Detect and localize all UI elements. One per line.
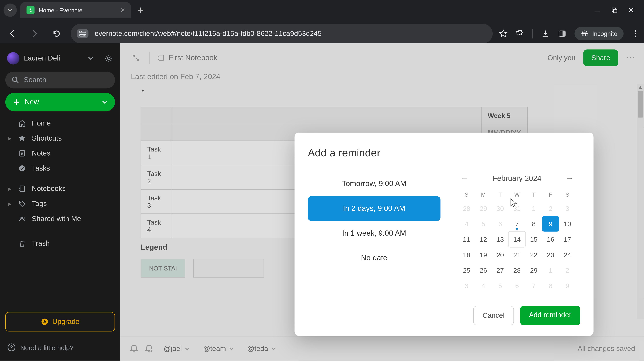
minimize-button[interactable]: [594, 7, 600, 13]
calendar-prev-button[interactable]: ←: [456, 171, 472, 185]
browser-menu-button[interactable]: [632, 30, 640, 37]
shared-icon: [18, 215, 26, 223]
settings-button[interactable]: [104, 54, 113, 63]
svg-rect-7: [563, 31, 565, 36]
address-bar[interactable]: evernote.com/client/web#/note/f11f216a-d…: [71, 24, 493, 43]
sidebar-item-shared-with-me[interactable]: Shared with Me: [5, 211, 115, 226]
calendar-day: 9: [559, 278, 576, 294]
calendar-day[interactable]: 18: [458, 247, 475, 263]
sidepanel-button[interactable]: [558, 29, 567, 38]
quick-option[interactable]: In 1 week, 9:00 AM: [308, 221, 440, 246]
address-bar-row: evernote.com/client/web#/note/f11f216a-d…: [0, 20, 644, 47]
calendar-day[interactable]: 23: [542, 247, 559, 263]
expand-caret-icon[interactable]: ▶: [8, 135, 12, 141]
sidebar: Lauren Deli Search New Home▶ShortcutsNot…: [0, 43, 120, 361]
toolbar-icons: Incognito: [499, 27, 640, 40]
maximize-button[interactable]: [611, 7, 617, 13]
browser-tab[interactable]: Home - Evernote ×: [20, 2, 131, 18]
sidebar-item-shortcuts[interactable]: ▶Shortcuts: [5, 131, 115, 146]
upgrade-label: Upgrade: [52, 318, 80, 326]
sidebar-item-tags[interactable]: ▶Tags: [5, 196, 115, 211]
sidebar-item-home[interactable]: Home: [5, 116, 115, 131]
calendar-grid: SMTWTFS282930311234567891011121314151617…: [454, 189, 580, 294]
evernote-favicon-icon: [26, 6, 34, 14]
sidebar-item-notebooks[interactable]: ▶Notebooks: [5, 181, 115, 196]
calendar-day: 5: [492, 278, 508, 294]
sidebar-item-label: Tags: [32, 200, 47, 208]
search-input[interactable]: Search: [5, 71, 115, 88]
close-button[interactable]: [628, 7, 634, 13]
sidebar-item-label: Notes: [32, 149, 50, 157]
new-button[interactable]: New: [5, 93, 115, 111]
sidebar-item-notes[interactable]: Notes: [5, 146, 115, 161]
quick-option[interactable]: In 2 days, 9:00 AM: [308, 196, 440, 221]
tab-search-button[interactable]: [4, 3, 17, 17]
note-icon: [18, 149, 26, 157]
calendar-day[interactable]: 11: [458, 232, 475, 247]
incognito-indicator[interactable]: Incognito: [574, 27, 624, 40]
calendar-day: 4: [458, 216, 475, 231]
calendar-day[interactable]: 13: [492, 232, 508, 247]
calendar-day: 2: [542, 201, 559, 216]
calendar-day[interactable]: 16: [542, 232, 559, 247]
calendar-day[interactable]: 21: [509, 247, 526, 263]
calendar-day: 6: [509, 278, 526, 294]
calendar-day: 1: [542, 263, 559, 278]
sidebar-item-trash[interactable]: Trash: [5, 236, 115, 251]
upgrade-icon: [41, 318, 49, 326]
svg-point-9: [635, 33, 636, 34]
sidebar-item-label: Trash: [32, 240, 50, 247]
calendar-dow: W: [509, 189, 526, 201]
cancel-button[interactable]: Cancel: [473, 306, 514, 325]
plus-icon: [137, 7, 144, 14]
quick-option[interactable]: Tomorrow, 9:00 AM: [308, 171, 440, 196]
calendar-day[interactable]: 20: [492, 247, 508, 263]
bookmark-button[interactable]: [499, 29, 508, 38]
help-link[interactable]: Need a little help?: [5, 340, 115, 354]
forward-button[interactable]: [26, 26, 42, 41]
calendar-day[interactable]: 7: [509, 216, 526, 231]
add-reminder-button[interactable]: Add reminder: [520, 306, 580, 325]
calendar-day[interactable]: 15: [526, 232, 542, 247]
extensions-button[interactable]: [516, 29, 524, 38]
back-button[interactable]: [4, 26, 20, 41]
calendar-day[interactable]: 12: [475, 232, 492, 247]
calendar-day[interactable]: 17: [559, 232, 576, 247]
calendar-day[interactable]: 19: [475, 247, 492, 263]
sidebar-item-label: Notebooks: [32, 185, 66, 193]
calendar-day: 3: [458, 278, 475, 294]
quick-option[interactable]: No date: [308, 246, 440, 271]
downloads-button[interactable]: [541, 29, 550, 38]
site-settings-icon[interactable]: [77, 29, 88, 38]
svg-rect-3: [80, 34, 86, 36]
reload-button[interactable]: [49, 26, 64, 41]
calendar-day[interactable]: 26: [475, 263, 492, 278]
upgrade-button[interactable]: Upgrade: [5, 312, 115, 332]
calendar-day[interactable]: 27: [492, 263, 508, 278]
calendar-day[interactable]: 25: [458, 263, 475, 278]
help-icon: [7, 343, 16, 352]
calendar-day[interactable]: 24: [559, 247, 576, 263]
search-icon: [12, 76, 20, 84]
calendar-day[interactable]: 29: [526, 263, 542, 278]
gear-icon: [104, 54, 113, 63]
expand-caret-icon[interactable]: ▶: [8, 201, 12, 207]
calendar-next-button[interactable]: →: [562, 171, 578, 185]
calendar-day: 4: [475, 278, 492, 294]
calendar-dow: T: [526, 189, 542, 201]
add-reminder-modal: Add a reminder Tomorrow, 9:00 AMIn 2 day…: [294, 133, 594, 336]
sidebar-item-label: Tasks: [32, 164, 50, 172]
calendar-day[interactable]: 14: [509, 232, 526, 247]
calendar-day[interactable]: 28: [509, 263, 526, 278]
svg-point-11: [108, 57, 110, 60]
tab-close-button[interactable]: ×: [120, 7, 125, 14]
new-tab-button[interactable]: [137, 7, 144, 14]
expand-caret-icon[interactable]: ▶: [8, 186, 12, 192]
sidebar-item-tasks[interactable]: Tasks: [5, 161, 115, 176]
calendar-day[interactable]: 8: [526, 216, 542, 231]
calendar-day[interactable]: 9: [542, 216, 559, 231]
calendar-day: 8: [542, 278, 559, 294]
calendar-day[interactable]: 22: [526, 247, 542, 263]
calendar-day[interactable]: 10: [559, 216, 576, 231]
account-switcher[interactable]: Lauren Deli: [5, 49, 115, 67]
